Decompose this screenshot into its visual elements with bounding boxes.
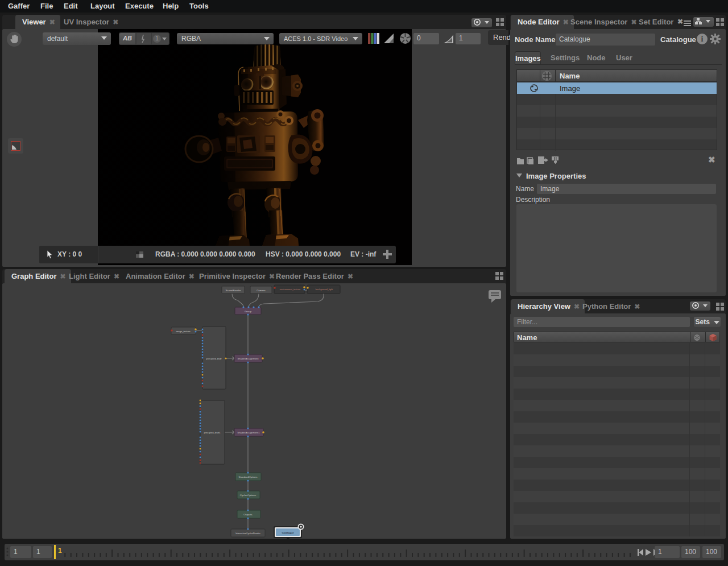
svg-text:InteractiveCyclesRender: InteractiveCyclesRender (235, 532, 260, 535)
svg-text:ShaderAssignment: ShaderAssignment (237, 357, 259, 360)
svg-text:Outputs: Outputs (243, 513, 253, 516)
svg-text:principled_bsdf1: principled_bsdf1 (204, 431, 221, 434)
svg-text:Catalogue: Catalogue (282, 531, 294, 534)
svg-text:Group: Group (245, 310, 252, 313)
svg-text:StandardOptions: StandardOptions (239, 476, 258, 478)
svg-text:environment_texture: environment_texture (280, 288, 301, 291)
svg-text:CyclesOptions: CyclesOptions (240, 494, 257, 497)
svg-text:ShaderAssignment1: ShaderAssignment1 (237, 431, 260, 434)
svg-text:principled_bsdf: principled_bsdf (206, 357, 222, 360)
svg-text:image_texture: image_texture (176, 330, 191, 333)
svg-text:SceneReader: SceneReader (226, 289, 241, 292)
svg-text:background_light: background_light (316, 288, 333, 291)
svg-text:Camera: Camera (257, 289, 266, 292)
